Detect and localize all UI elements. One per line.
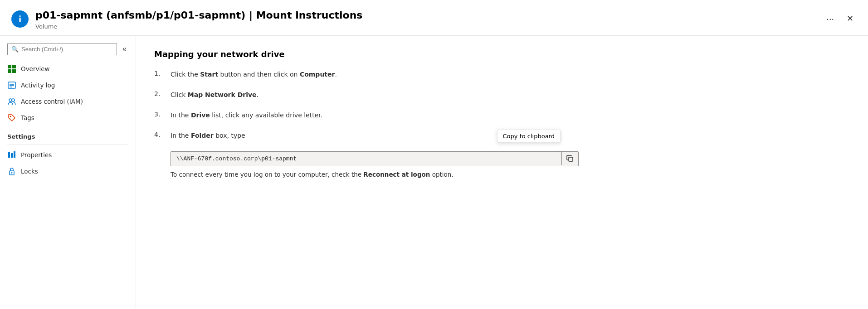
close-button[interactable]: ✕: [843, 11, 857, 26]
step-4-text: In the Folder box, type: [171, 131, 245, 140]
sidebar-item-access-control[interactable]: Access control (IAM): [0, 93, 136, 110]
settings-divider: [7, 145, 128, 145]
sidebar-item-activity-log[interactable]: Activity log: [0, 77, 136, 93]
svg-text:i: i: [19, 13, 21, 24]
tags-label: Tags: [21, 114, 34, 121]
properties-label: Properties: [21, 151, 52, 159]
copy-to-clipboard-button[interactable]: [561, 152, 578, 165]
settings-section-header: Settings: [0, 126, 136, 143]
step-3: 3. In the Drive list, click any availabl…: [154, 111, 850, 120]
header-text: p01-sapmnt (anfsmb/p1/p01-sapmnt) | Moun…: [35, 9, 823, 30]
search-input-wrapper[interactable]: 🔍: [7, 43, 117, 55]
header: i p01-sapmnt (anfsmb/p1/p01-sapmnt) | Mo…: [0, 0, 868, 36]
properties-icon: [7, 150, 16, 159]
svg-point-17: [11, 172, 13, 174]
step-1-text: Click the Start button and then click on…: [171, 70, 337, 79]
folder-input-row: \\ANF-670f.contoso.corp\p01-sapmnt: [171, 151, 579, 166]
page-container: i p01-sapmnt (anfsmb/p1/p01-sapmnt) | Mo…: [0, 0, 868, 309]
step-1-number: 1.: [154, 70, 167, 77]
activity-log-icon: [7, 81, 16, 90]
header-actions: ··· ✕: [823, 9, 857, 26]
sidebar-item-locks[interactable]: Locks: [0, 163, 136, 179]
svg-rect-3: [12, 65, 16, 68]
instructions-list: 1. Click the Start button and then click…: [154, 70, 850, 178]
overview-label: Overview: [21, 65, 50, 72]
search-icon: 🔍: [11, 46, 19, 53]
sidebar-item-overview[interactable]: Overview: [0, 61, 136, 77]
svg-point-11: [12, 99, 15, 101]
page-subtitle: Volume: [35, 23, 823, 30]
step-3-number: 3.: [154, 111, 167, 118]
content-area: Mapping your network drive 1. Click the …: [136, 36, 868, 309]
reconnect-text: To connect every time you log on to your…: [171, 171, 561, 178]
svg-rect-14: [11, 153, 13, 158]
sidebar-item-properties[interactable]: Properties: [0, 147, 136, 163]
svg-rect-15: [14, 151, 15, 158]
tags-icon: [7, 113, 16, 122]
step-4: 4. In the Folder box, type Copy to clipb…: [154, 131, 850, 178]
copy-tooltip: Copy to clipboard: [497, 130, 561, 143]
more-button[interactable]: ···: [823, 12, 838, 26]
svg-rect-6: [8, 82, 15, 88]
step-2-number: 2.: [154, 90, 167, 97]
step-2: 2. Click Map Network Drive.: [154, 90, 850, 100]
page-title: p01-sapmnt (anfsmb/p1/p01-sapmnt) | Moun…: [35, 9, 823, 22]
search-container: 🔍 «: [0, 43, 136, 61]
copy-icon: [566, 155, 574, 162]
content-title: Mapping your network drive: [154, 49, 850, 59]
main-layout: 🔍 « Overview: [0, 36, 868, 309]
activity-log-label: Activity log: [21, 82, 55, 89]
svg-rect-5: [12, 69, 16, 73]
svg-point-10: [9, 99, 12, 101]
svg-rect-4: [8, 69, 11, 73]
locks-label: Locks: [21, 168, 38, 175]
step-4-number: 4.: [154, 131, 167, 138]
svg-rect-2: [8, 65, 11, 68]
svg-point-12: [10, 116, 11, 117]
search-input[interactable]: [21, 46, 113, 53]
step-2-text: Click Map Network Drive.: [171, 90, 258, 100]
sidebar-item-tags[interactable]: Tags: [0, 110, 136, 126]
locks-icon: [7, 167, 16, 176]
collapse-sidebar-button[interactable]: «: [121, 43, 128, 55]
volume-icon: i: [11, 10, 29, 28]
iam-icon: [7, 97, 16, 106]
svg-rect-13: [8, 152, 10, 158]
step-3-text: In the Drive list, click any available d…: [171, 111, 322, 120]
svg-rect-18: [569, 157, 573, 161]
sidebar: 🔍 « Overview: [0, 36, 136, 309]
folder-value: \\ANF-670f.contoso.corp\p01-sapmnt: [171, 152, 561, 166]
overview-icon: [7, 64, 16, 73]
iam-label: Access control (IAM): [21, 98, 83, 105]
step-1: 1. Click the Start button and then click…: [154, 70, 850, 79]
